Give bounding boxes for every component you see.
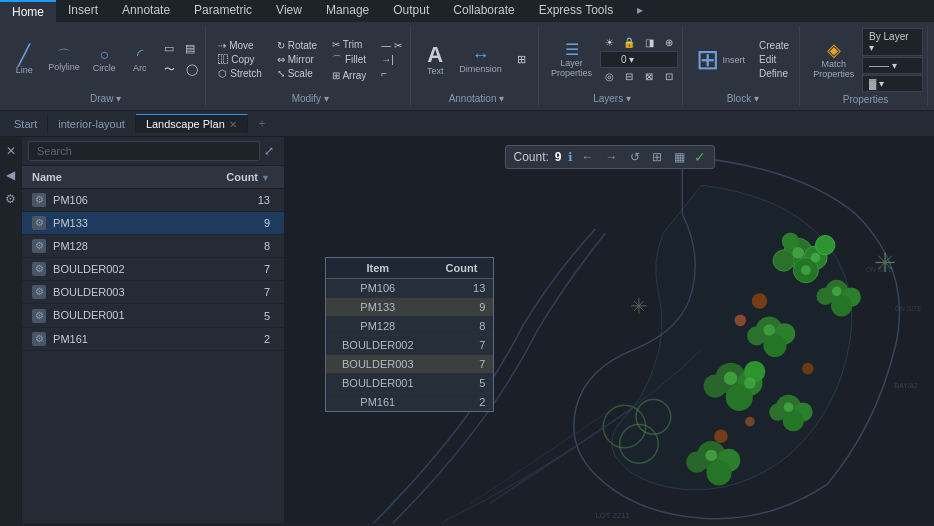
ribbon-tab-bar: Home Insert Annotate Parametric View Man… (0, 0, 934, 22)
count-check-icon[interactable]: ✓ (694, 149, 706, 165)
btn-spline[interactable]: 〜 (159, 59, 180, 80)
btn-polyline[interactable]: ⌒ Polyline (43, 45, 85, 75)
btn-hatch[interactable]: ▤ (180, 39, 200, 58)
btn-layer-1[interactable]: ☀ (600, 36, 618, 49)
new-tab-button[interactable]: ＋ (248, 112, 276, 135)
tab-parametric[interactable]: Parametric (182, 0, 264, 22)
table-row[interactable]: ⚙ BOULDER003 7 (22, 281, 284, 304)
count-info-icon[interactable]: ℹ (568, 150, 573, 164)
item-name-cell: ⚙ PM133 (22, 212, 186, 235)
layer-btn-1-icon: ☀ (605, 37, 614, 48)
tab-insert[interactable]: Insert (56, 0, 110, 22)
match-properties-icon: ◈ (827, 41, 841, 59)
tab-view[interactable]: View (264, 0, 314, 22)
svg-point-4 (773, 250, 794, 271)
table-row[interactable]: ⚙ PM161 2 (22, 327, 284, 350)
tab-manage[interactable]: Manage (314, 0, 381, 22)
count-grid-icon[interactable]: ⊞ (649, 149, 665, 165)
btn-trim2[interactable]: — ✂ (375, 39, 408, 52)
lineweight-dropdown[interactable]: —— ▾ (862, 57, 923, 74)
panel-toolbar: ⤢ (22, 137, 284, 166)
ribbon-group-annotation: A Text ↔ Dimension ⊞ Annotation ▾ (415, 26, 538, 106)
btn-mirror[interactable]: ⇔ Mirror (271, 53, 323, 66)
tab-collaborate[interactable]: Collaborate (441, 0, 526, 22)
btn-insert[interactable]: ⊞ Insert (691, 43, 751, 77)
side-collapse-icon[interactable]: ◀ (3, 165, 18, 185)
side-close-icon[interactable]: ✕ (3, 141, 18, 161)
btn-stretch[interactable]: ⬡ Stretch (212, 67, 267, 80)
tab-express-tools[interactable]: Express Tools (527, 0, 625, 22)
doc-tab-landscape[interactable]: Landscape Plan ✕ (136, 114, 248, 133)
btn-array[interactable]: ⊞ Array (326, 69, 372, 82)
canvas-item-count: 2 (430, 393, 494, 412)
btn-text[interactable]: A Text (419, 41, 451, 79)
btn-move[interactable]: ⇢ Move (212, 39, 267, 52)
btn-layer-4[interactable]: ⊕ (660, 36, 678, 49)
canvas-item-count: 7 (430, 355, 494, 374)
btn-ellipse[interactable]: ◯ (181, 59, 203, 80)
canvas-table-row: PM161 2 (326, 393, 493, 412)
doc-tab-close-icon[interactable]: ✕ (229, 119, 237, 130)
btn-scale[interactable]: ⤡ Scale (271, 67, 323, 80)
ellipse-icon: ◯ (186, 63, 198, 76)
canvas-item-name: BOULDER003 (326, 355, 430, 374)
btn-extend[interactable]: →| (375, 53, 408, 66)
svg-point-31 (784, 402, 794, 412)
item-name-label: PM133 (53, 217, 88, 229)
transparency-dropdown[interactable]: ▓ ▾ (862, 75, 923, 92)
side-settings-icon[interactable]: ⚙ (3, 189, 18, 209)
btn-circle[interactable]: ○ Circle (88, 44, 121, 76)
layer-btn-3-icon: ◨ (645, 37, 654, 48)
svg-point-23 (704, 374, 727, 397)
count-refresh-icon[interactable]: ↺ (627, 149, 643, 165)
col-header-name[interactable]: Name (22, 166, 186, 189)
btn-layer-6[interactable]: ⊟ (620, 70, 638, 83)
btn-edit[interactable]: Edit (753, 53, 795, 66)
table-row[interactable]: ⚙ PM106 13 (22, 189, 284, 212)
table-row[interactable]: ⚙ BOULDER002 7 (22, 258, 284, 281)
btn-arc[interactable]: ◜ Arc (124, 44, 156, 76)
search-input[interactable] (28, 141, 260, 161)
btn-layer-3[interactable]: ◨ (640, 36, 658, 49)
btn-define[interactable]: Define (753, 67, 795, 80)
count-prev-icon[interactable]: ← (579, 149, 597, 165)
count-next-icon[interactable]: → (603, 149, 621, 165)
canvas-item-count: 7 (430, 336, 494, 355)
btn-layer-2[interactable]: 🔒 (620, 36, 638, 49)
btn-rotate[interactable]: ↻ Rotate (271, 39, 323, 52)
line-icon: ╱ (18, 45, 30, 65)
btn-create[interactable]: Create (753, 39, 795, 52)
tab-annotate[interactable]: Annotate (110, 0, 182, 22)
block-tools: ⊞ Insert Create Edit Define (691, 28, 796, 91)
btn-rect[interactable]: ▭ (159, 39, 179, 58)
btn-fillet[interactable]: ⌒ Fillet (326, 52, 372, 68)
btn-layer-5[interactable]: ◎ (600, 70, 618, 83)
btn-dimension[interactable]: ↔ Dimension (454, 43, 507, 77)
doc-tab-start[interactable]: Start (4, 115, 48, 133)
btn-layer-7[interactable]: ⊠ (640, 70, 658, 83)
tab-extra[interactable]: ▸ (625, 0, 655, 22)
btn-chamfer[interactable]: ⌐ (375, 67, 408, 80)
btn-dim-extra[interactable]: ⊞ (510, 50, 534, 69)
btn-layer-8[interactable]: ⊡ (660, 70, 678, 83)
doc-tab-interior[interactable]: interior-layout (48, 115, 136, 133)
table-row[interactable]: ⚙ PM133 9 (22, 212, 284, 235)
table-row[interactable]: ⚙ PM128 8 (22, 235, 284, 258)
col-header-count[interactable]: Count ▼ (186, 166, 284, 189)
doc-tabs-bar: Start interior-layout Landscape Plan ✕ ＋ (0, 111, 934, 137)
btn-line[interactable]: ╱ Line (8, 42, 40, 78)
tab-home[interactable]: Home (0, 0, 56, 22)
btn-match-properties[interactable]: ◈ MatchProperties (809, 38, 860, 82)
count-table-icon[interactable]: ▦ (671, 149, 688, 165)
expand-icon[interactable]: ⤢ (260, 142, 278, 160)
btn-layer-properties[interactable]: ☰ LayerProperties (546, 39, 597, 81)
table-row[interactable]: ⚙ BOULDER001 5 (22, 304, 284, 327)
layer-dropdown[interactable]: 0 ▾ (600, 51, 678, 68)
tab-output[interactable]: Output (381, 0, 441, 22)
btn-trim[interactable]: ✂ Trim (326, 38, 372, 51)
canvas-item-name: PM106 (326, 279, 430, 298)
svg-point-40 (745, 417, 755, 427)
linetype-dropdown[interactable]: By Layer ▾ (862, 28, 923, 56)
circle-icon: ○ (100, 47, 110, 63)
btn-copy[interactable]: ⿲ Copy (212, 53, 267, 66)
